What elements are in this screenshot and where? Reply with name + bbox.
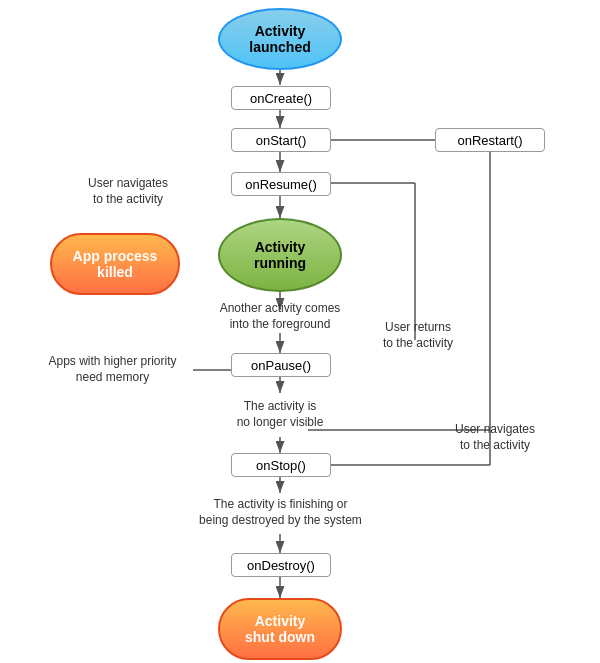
activity-launched-node: Activity launched (218, 8, 342, 70)
on-start-node: onStart() (231, 128, 331, 152)
activity-running-label: Activity running (254, 239, 306, 271)
no-longer-visible-label: The activity isno longer visible (207, 393, 353, 437)
app-process-killed-node: App process killed (50, 233, 180, 295)
activity-shut-down-label: Activity shut down (245, 613, 315, 645)
app-process-killed-label: App process killed (73, 248, 158, 280)
on-pause-label: onPause() (251, 358, 311, 373)
on-stop-node: onStop() (231, 453, 331, 477)
apps-higher-priority-label: Apps with higher priorityneed memory (30, 350, 195, 390)
activity-shut-down-node: Activity shut down (218, 598, 342, 660)
user-navigates-right-label: User navigatesto the activity (435, 418, 555, 458)
on-restart-label: onRestart() (457, 133, 522, 148)
on-create-label: onCreate() (250, 91, 312, 106)
on-pause-node: onPause() (231, 353, 331, 377)
on-destroy-node: onDestroy() (231, 553, 331, 577)
on-resume-node: onResume() (231, 172, 331, 196)
on-stop-label: onStop() (256, 458, 306, 473)
on-destroy-label: onDestroy() (247, 558, 315, 573)
on-create-node: onCreate() (231, 86, 331, 110)
on-start-label: onStart() (256, 133, 307, 148)
user-navigates-left-label: User navigatesto the activity (68, 172, 188, 212)
another-activity-label: Another activity comesinto the foregroun… (207, 298, 353, 336)
activity-launched-label: Activity launched (249, 23, 310, 55)
on-restart-node: onRestart() (435, 128, 545, 152)
finishing-destroyed-label: The activity is finishing orbeing destro… (188, 491, 373, 535)
user-returns-label: User returnsto the activity (368, 316, 468, 356)
activity-running-node: Activity running (218, 218, 342, 292)
on-resume-label: onResume() (245, 177, 317, 192)
lifecycle-diagram: Activity launched onCreate() onStart() o… (0, 0, 600, 663)
